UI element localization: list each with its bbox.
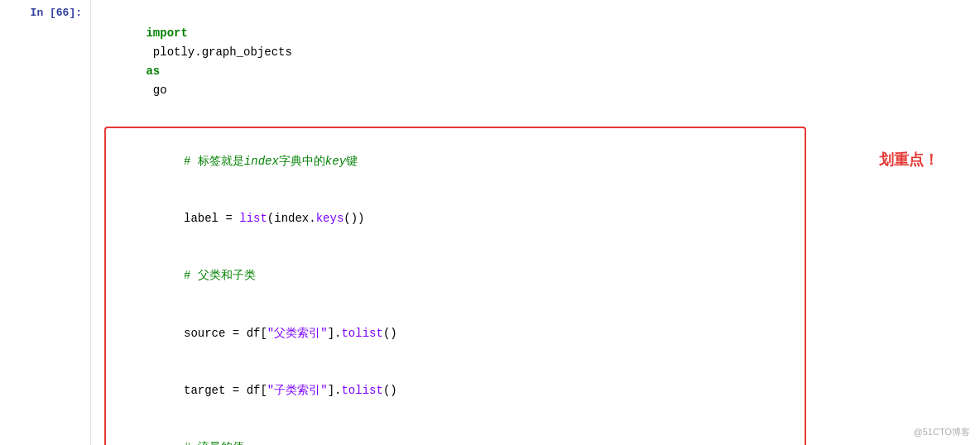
comment-parent-child: # 父类和子类 (114, 247, 796, 304)
label-line: label = list(index.keys()) (114, 190, 796, 247)
notebook-cell: In [66]: import plotly.graph_objects as … (0, 0, 980, 445)
source-line: source = df["父类索引"].tolist() (114, 304, 796, 361)
import-line: import plotly.graph_objects as go (104, 5, 972, 120)
highlight-annotation: 划重点！ (879, 148, 939, 172)
watermark: @51CTO博客 (914, 426, 970, 438)
target-line: target = df["子类索引"].tolist() (114, 362, 796, 419)
cell-content: import plotly.graph_objects as go # 标签就是… (91, 0, 980, 445)
keyword-import: import (146, 26, 187, 40)
highlight-box: # 标签就是index字典中的key键 label = list(index.k… (104, 127, 806, 445)
comment-flow: # 流量的值 (114, 419, 796, 445)
keyword-as: as (146, 65, 160, 78)
cell-label: In [66]: (0, 0, 91, 445)
cell-label-text: In [66]: (31, 7, 82, 19)
comment-label: # 标签就是index字典中的key键 (114, 133, 796, 190)
